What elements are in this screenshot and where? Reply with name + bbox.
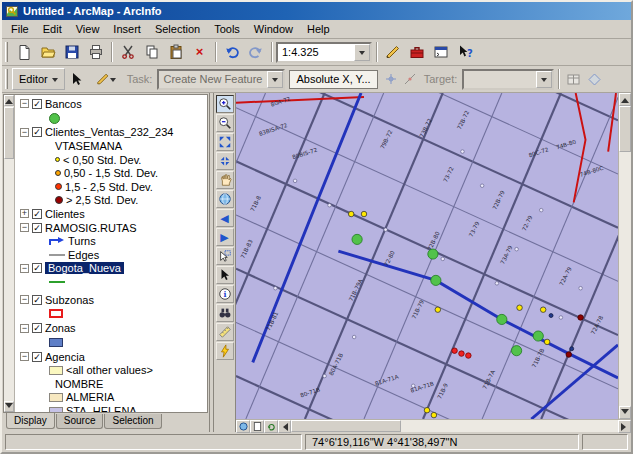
legend-class-row[interactable]: < 0,50 Std. Dev.: [15, 153, 207, 167]
tab-selection[interactable]: Selection: [104, 414, 161, 429]
layer-label[interactable]: Clientes: [45, 208, 85, 220]
scroll-down-button[interactable]: [4, 401, 14, 412]
layer-label[interactable]: Subzonas: [45, 294, 94, 306]
target-combo[interactable]: [462, 69, 554, 90]
fixed-zoom-in-button[interactable]: [216, 133, 234, 151]
expander-icon[interactable]: [20, 223, 29, 232]
toolbar-grip[interactable]: [5, 69, 8, 89]
layer-checkbox[interactable]: [32, 263, 42, 273]
layer-label[interactable]: Agencia: [45, 351, 85, 363]
open-button[interactable]: [36, 41, 59, 64]
subzonas-symbol-row[interactable]: [15, 306, 207, 321]
layer-checkbox[interactable]: [32, 223, 42, 233]
menu-help[interactable]: Help: [300, 21, 337, 37]
layer-subzonas[interactable]: Subzonas: [15, 293, 207, 307]
identify-button[interactable]: i: [216, 285, 234, 303]
new-button[interactable]: [12, 41, 35, 64]
toc-scrollbar[interactable]: [4, 95, 15, 412]
arctoolbox-button[interactable]: [405, 41, 428, 64]
sketch-tool-button[interactable]: [90, 68, 122, 91]
map-vertical-scrollbar[interactable]: [618, 93, 631, 419]
menu-tools[interactable]: Tools: [207, 21, 247, 37]
layer-clientes-ventas[interactable]: Clientes_Ventas_232_234: [15, 126, 207, 140]
swatch-icon[interactable]: [49, 393, 63, 402]
go-forward-button[interactable]: ▶: [216, 228, 234, 246]
go-back-button[interactable]: ◀: [216, 209, 234, 227]
zoom-out-button[interactable]: [216, 114, 234, 132]
scroll-up-button[interactable]: [619, 93, 631, 106]
layer-checkbox[interactable]: [32, 99, 42, 109]
layer-checkbox[interactable]: [32, 323, 42, 333]
layer-label[interactable]: Bancos: [45, 98, 82, 110]
layer-checkbox[interactable]: [32, 352, 42, 362]
swatch-icon[interactable]: [49, 366, 63, 375]
edges-line-symbol[interactable]: [49, 254, 65, 256]
bancos-point-symbol[interactable]: [49, 113, 60, 124]
select-features-button[interactable]: [216, 247, 234, 265]
titlebar[interactable]: Untitled - ArcMap - ArcInfo: [2, 2, 631, 20]
full-extent-button[interactable]: [216, 190, 234, 208]
save-button[interactable]: [60, 41, 83, 64]
expander-icon[interactable]: [20, 295, 29, 304]
layer-checkbox[interactable]: [32, 127, 42, 137]
map-canvas[interactable]: 80A-7283BISA-7280BIS-7271B-871B-8371B-81…: [236, 93, 618, 419]
scrollbar-thumb[interactable]: [4, 107, 14, 159]
hyperlink-button[interactable]: [216, 342, 234, 360]
toolbar-grip[interactable]: [5, 42, 8, 62]
menu-insert[interactable]: Insert: [106, 21, 148, 37]
select-elements-button[interactable]: [216, 266, 234, 284]
legend-class-row[interactable]: > 2,5 Std. Dev.: [15, 194, 207, 208]
class-dot-icon[interactable]: [55, 183, 62, 190]
scrollbar-thumb[interactable]: [619, 106, 631, 152]
edges-row[interactable]: Edges: [15, 248, 207, 262]
expander-icon[interactable]: [20, 324, 29, 333]
scroll-up-button[interactable]: [4, 95, 14, 106]
agencia-almeria-row[interactable]: ALMERIA: [15, 391, 207, 405]
paste-button[interactable]: [164, 41, 187, 64]
fixed-zoom-out-button[interactable]: [216, 152, 234, 170]
copy-button[interactable]: [140, 41, 163, 64]
map-scale-combo[interactable]: 1:4.325: [276, 42, 372, 63]
zoom-in-button[interactable]: [216, 95, 234, 113]
print-button[interactable]: [84, 41, 107, 64]
bancos-symbol-row[interactable]: [15, 111, 207, 126]
expander-icon[interactable]: [20, 99, 29, 108]
sublayer-label[interactable]: Edges: [68, 249, 99, 261]
edit-tool-button[interactable]: [66, 68, 89, 91]
snapping-button[interactable]: [382, 68, 400, 91]
layer-checkbox[interactable]: [32, 209, 42, 219]
redo-button[interactable]: [244, 41, 267, 64]
attributes-button[interactable]: [563, 68, 583, 91]
layer-ramosig-rutas[interactable]: RAMOSIG.RUTAS: [15, 221, 207, 235]
delete-button[interactable]: ×: [188, 41, 211, 64]
pan-button[interactable]: [216, 171, 234, 189]
scroll-down-button[interactable]: [619, 406, 631, 419]
layer-bogota-nueva[interactable]: Bogota_Nueva: [15, 262, 207, 276]
swatch-icon[interactable]: [49, 407, 63, 412]
zonas-fill-symbol[interactable]: [49, 338, 63, 347]
undo-button[interactable]: [220, 41, 243, 64]
scrollbar-thumb[interactable]: [291, 420, 401, 432]
legend-class-row[interactable]: 1,5 - 2,5 Std. Dev.: [15, 180, 207, 194]
layer-clientes[interactable]: Clientes: [15, 207, 207, 221]
layer-label[interactable]: Clientes_Ventas_232_234: [45, 126, 173, 138]
map-horizontal-scrollbar[interactable]: [236, 419, 631, 432]
scrollbar-track[interactable]: [4, 160, 14, 401]
task-dropdown-button[interactable]: [267, 71, 283, 88]
cut-button[interactable]: [116, 41, 139, 64]
expander-icon[interactable]: [20, 352, 29, 361]
class-dot-icon[interactable]: [55, 170, 61, 176]
agencia-other-values-row[interactable]: <all other values>: [15, 364, 207, 378]
expander-icon[interactable]: [20, 209, 29, 218]
scrollbar-track[interactable]: [401, 420, 618, 432]
turns-row[interactable]: Turns: [15, 234, 207, 248]
layer-agencia[interactable]: Agencia: [15, 350, 207, 364]
target-dropdown-button[interactable]: [536, 71, 552, 88]
tab-source[interactable]: Source: [56, 414, 104, 429]
menu-selection[interactable]: Selection: [148, 21, 207, 37]
class-dot-icon[interactable]: [55, 196, 63, 204]
menu-file[interactable]: File: [4, 21, 36, 37]
sublayer-label[interactable]: Turns: [68, 235, 96, 247]
class-dot-icon[interactable]: [55, 157, 60, 162]
task-combo[interactable]: Create New Feature: [157, 69, 285, 90]
